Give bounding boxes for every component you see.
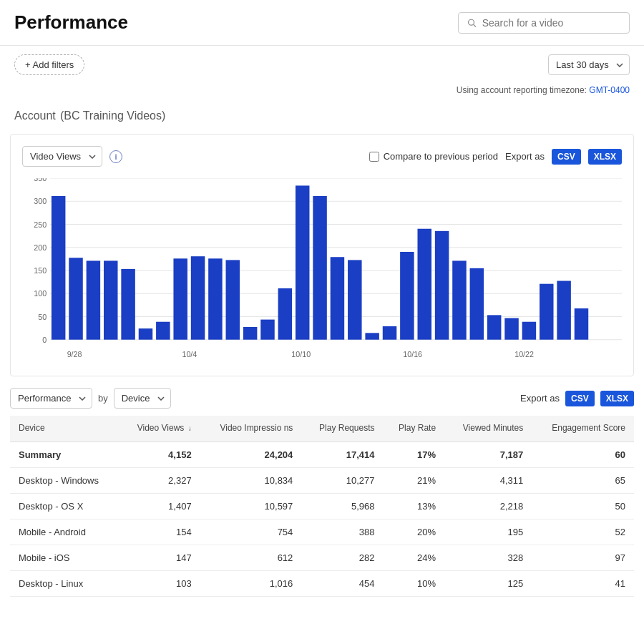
row-play-requests: 454	[301, 570, 383, 596]
svg-point-0	[469, 19, 474, 25]
row-video-impressions: 10,834	[200, 467, 302, 493]
row-device: Desktop - Linux	[10, 570, 119, 596]
svg-rect-30	[260, 320, 274, 340]
search-input[interactable]	[482, 17, 620, 29]
performance-select[interactable]: Performance	[10, 388, 92, 409]
row-video-impressions: 10,597	[200, 493, 302, 519]
table-header-row: Device Video Views ↓ Video Impressio ns …	[10, 416, 634, 441]
row-viewed-minutes: 125	[444, 570, 532, 596]
svg-text:50: 50	[38, 312, 47, 321]
svg-rect-20	[87, 260, 100, 339]
svg-rect-45	[522, 322, 536, 340]
row-device: Desktop - OS X	[10, 493, 119, 519]
table-row: Desktop - OS X 1,407 10,597 5,968 13% 2,…	[10, 493, 634, 519]
svg-rect-42	[470, 268, 484, 340]
svg-rect-32	[296, 185, 309, 339]
svg-rect-47	[557, 281, 570, 340]
summary-play-requests: 17,414	[301, 441, 383, 467]
svg-rect-44	[504, 318, 518, 340]
svg-rect-35	[348, 260, 361, 339]
row-engagement-score: 65	[532, 467, 634, 493]
row-engagement-score: 52	[532, 519, 634, 545]
by-label: by	[98, 393, 108, 404]
perf-toolbar-left: Performance by Device	[10, 388, 171, 409]
col-engagement-score: Engagement Score	[532, 416, 634, 441]
svg-text:10/22: 10/22	[514, 349, 534, 358]
svg-text:300: 300	[34, 197, 47, 205]
compare-checkbox[interactable]	[369, 152, 379, 162]
add-filters-button[interactable]: + Add filters	[14, 54, 84, 75]
svg-text:10/4: 10/4	[182, 349, 197, 358]
row-engagement-score: 97	[532, 545, 634, 570]
perf-csv-button[interactable]: CSV	[565, 391, 595, 406]
svg-text:100: 100	[34, 289, 47, 298]
svg-text:10/16: 10/16	[403, 349, 422, 358]
svg-rect-31	[278, 288, 292, 340]
row-play-rate: 13%	[383, 493, 444, 519]
summary-play-rate: 17%	[383, 441, 444, 467]
row-viewed-minutes: 195	[444, 519, 532, 545]
row-video-impressions: 754	[200, 519, 302, 545]
perf-xlsx-button[interactable]: XLSX	[600, 391, 634, 406]
svg-text:200: 200	[34, 243, 47, 252]
perf-toolbar-right: Export as CSV XLSX	[520, 391, 634, 406]
svg-line-1	[474, 24, 476, 26]
chart-toolbar-right: Compare to previous period Export as CSV…	[369, 149, 622, 165]
metric-select[interactable]: Video Views	[22, 146, 102, 167]
filters-toolbar: + Add filters Last 30 days	[0, 46, 644, 84]
row-video-views: 147	[119, 545, 200, 570]
table-row: Mobile - Android 154 754 388 20% 195 52	[10, 519, 634, 545]
row-play-rate: 20%	[383, 519, 444, 545]
search-box[interactable]	[458, 12, 630, 34]
svg-rect-41	[452, 260, 466, 339]
row-video-impressions: 612	[200, 545, 302, 570]
row-play-requests: 10,277	[301, 467, 383, 493]
chart-toolbar: Video Views i Compare to previous period…	[22, 146, 622, 167]
chart-csv-button[interactable]: CSV	[552, 149, 581, 165]
row-device: Mobile - Android	[10, 519, 119, 545]
svg-rect-48	[575, 308, 588, 340]
svg-text:350: 350	[34, 178, 47, 182]
svg-text:9/28: 9/28	[67, 349, 82, 358]
chart-container: Video Views i Compare to previous period…	[10, 134, 634, 376]
col-video-views[interactable]: Video Views ↓	[119, 416, 200, 441]
bar-chart: 350 300 250 200 150 100 50 0	[22, 178, 622, 364]
row-video-views: 1,407	[119, 493, 200, 519]
svg-text:150: 150	[34, 266, 47, 275]
row-device: Desktop - Windows	[10, 467, 119, 493]
timezone-link[interactable]: GMT-0400	[589, 85, 630, 95]
svg-rect-26	[191, 256, 205, 339]
compare-checkbox-label[interactable]: Compare to previous period	[369, 151, 498, 162]
svg-text:10/10: 10/10	[291, 349, 311, 358]
svg-rect-24	[156, 322, 170, 340]
svg-rect-18	[52, 196, 65, 340]
svg-rect-37	[383, 326, 396, 340]
performance-section: Performance by Device Export as CSV XLSX…	[10, 388, 634, 597]
svg-rect-28	[226, 260, 240, 339]
row-video-views: 103	[119, 570, 200, 596]
row-video-views: 154	[119, 519, 200, 545]
chart-xlsx-button[interactable]: XLSX	[588, 149, 622, 165]
date-range-select[interactable]: Last 30 days	[548, 54, 630, 75]
summary-device: Summary	[10, 441, 119, 467]
col-viewed-minutes: Viewed Minutes	[444, 416, 532, 441]
row-play-rate: 10%	[383, 570, 444, 596]
account-section: Account (BC Training Videos)	[0, 102, 644, 134]
svg-rect-39	[417, 229, 431, 340]
svg-rect-27	[208, 258, 222, 339]
group-by-select[interactable]: Device	[114, 388, 171, 409]
page-title: Performance	[14, 11, 128, 34]
timezone-bar: Using account reporting timezone: GMT-04…	[0, 84, 644, 102]
row-viewed-minutes: 328	[444, 545, 532, 570]
col-video-impressions: Video Impressio ns	[200, 416, 302, 441]
svg-text:250: 250	[34, 220, 47, 228]
table-row: Desktop - Linux 103 1,016 454 10% 125 41	[10, 570, 634, 596]
row-play-requests: 388	[301, 519, 383, 545]
row-device: Mobile - iOS	[10, 545, 119, 570]
info-icon[interactable]: i	[109, 150, 122, 163]
export-label: Export as	[505, 151, 545, 162]
row-video-views: 2,327	[119, 467, 200, 493]
row-play-requests: 5,968	[301, 493, 383, 519]
account-title: Account (BC Training Videos)	[14, 105, 165, 123]
perf-export-label: Export as	[520, 393, 560, 404]
